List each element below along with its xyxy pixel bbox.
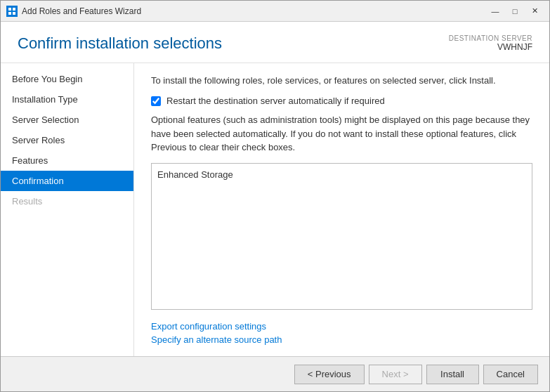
close-button[interactable]: ✕: [525, 4, 544, 18]
feature-item-enhanced-storage: Enhanced Storage: [157, 169, 526, 180]
minimize-button[interactable]: —: [486, 4, 504, 18]
svg-rect-2: [8, 12, 11, 15]
app-icon: [6, 6, 18, 17]
sidebar-item-confirmation[interactable]: Confirmation: [1, 171, 133, 191]
window-title: Add Roles and Features Wizard: [22, 6, 486, 16]
cancel-button[interactable]: Cancel: [483, 365, 538, 384]
sidebar-item-installation-type[interactable]: Installation Type: [1, 89, 133, 110]
wizard-content: Before You Begin Installation Type Serve…: [1, 63, 549, 356]
destination-label: DESTINATION SERVER: [449, 34, 532, 42]
install-button[interactable]: Install: [426, 365, 479, 384]
sidebar-item-results: Results: [1, 191, 133, 211]
features-list: Enhanced Storage: [151, 163, 532, 310]
svg-rect-1: [13, 8, 15, 11]
svg-rect-0: [8, 8, 11, 11]
main-content: To install the following roles, role ser…: [134, 63, 549, 356]
alternate-source-link[interactable]: Specify an alternate source path: [151, 334, 532, 345]
maximize-button[interactable]: □: [506, 4, 524, 18]
wizard-header: Confirm installation selections DESTINAT…: [1, 22, 549, 63]
sidebar-item-server-selection[interactable]: Server Selection: [1, 110, 133, 130]
window-controls: — □ ✕: [486, 4, 544, 18]
previous-button[interactable]: < Previous: [294, 365, 365, 384]
next-button[interactable]: Next >: [369, 365, 422, 384]
optional-text: Optional features (such as administratio…: [151, 113, 532, 155]
wizard-window: Add Roles and Features Wizard — □ ✕ Conf…: [0, 0, 550, 392]
sidebar-item-features[interactable]: Features: [1, 150, 133, 171]
restart-checkbox[interactable]: [151, 96, 161, 106]
wizard-footer: < Previous Next > Install Cancel: [1, 356, 549, 391]
titlebar: Add Roles and Features Wizard — □ ✕: [1, 1, 549, 22]
intro-text: To install the following roles, role ser…: [151, 74, 532, 87]
server-name: VWHNJF: [449, 42, 532, 52]
sidebar-item-before-you-begin[interactable]: Before You Begin: [1, 69, 133, 89]
destination-server-info: DESTINATION SERVER VWHNJF: [449, 34, 532, 52]
restart-checkbox-label[interactable]: Restart the destination server automatic…: [166, 96, 385, 106]
page-title: Confirm installation selections: [18, 34, 222, 53]
sidebar-item-server-roles[interactable]: Server Roles: [1, 130, 133, 150]
links-section: Export configuration settings Specify an…: [151, 321, 532, 345]
sidebar: Before You Begin Installation Type Serve…: [1, 63, 134, 356]
restart-checkbox-row[interactable]: Restart the destination server automatic…: [151, 96, 532, 106]
export-config-link[interactable]: Export configuration settings: [151, 321, 532, 332]
svg-rect-3: [13, 12, 15, 15]
